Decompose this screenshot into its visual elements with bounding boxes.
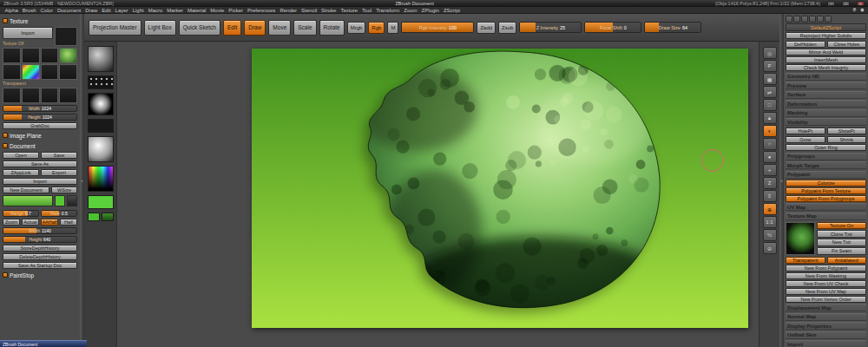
tool-hidept-button[interactable]: HidePt [786,128,825,134]
texture-thumbnail-b2[interactable] [22,88,40,103]
document-range-slider[interactable]: Range 0.7 [3,210,39,217]
default-zscript-button[interactable]: DefaultZScript [786,23,866,31]
help-icon[interactable]: ? [852,7,858,13]
current-texture-shelf-thumbnail[interactable] [88,119,114,133]
tool-new-from-uv-check-button[interactable]: New From UV Check [786,280,866,287]
draw-size-slider[interactable]: Draw Size 64 [644,22,701,33]
maximize-button[interactable]: □ [842,1,850,6]
xyz-icon[interactable]: ◎ [763,47,777,59]
subpalette-surface[interactable]: Surface [786,91,866,99]
texture-height-slider[interactable]: Height 1024 [3,114,77,121]
menu-item-marker[interactable]: Marker [165,7,186,14]
texture-thumbnail-6[interactable] [22,64,40,80]
tool-fix-seam-button[interactable]: Fix Seam [817,247,866,255]
menu-item-alpha[interactable]: Alpha [3,7,20,14]
mrgb-toggle[interactable]: Mrgb [347,22,366,34]
texture-import-button[interactable]: Import [3,27,53,39]
document-zoom-button[interactable]: Zoom [3,219,20,226]
document-back-color-swatch[interactable] [3,195,53,206]
subpalette-display-properties[interactable]: Display Properties [786,322,866,330]
zoom-out-icon[interactable]: ⊖ [763,242,777,254]
document-rate-slider[interactable]: Rate 0.5 [41,210,77,217]
main-color-swatch[interactable] [88,195,114,209]
texture-thumbnail-b3[interactable] [41,88,59,103]
document-border-color-swatch[interactable] [55,195,65,206]
tool-new-from-uv-map-button[interactable]: New From UV Map [786,288,866,295]
color-palette-icon[interactable] [825,16,832,23]
menu-item-render[interactable]: Render [278,7,299,14]
subpalette-displacement-map[interactable]: Displacement Map [786,304,866,311]
current-material-thumbnail[interactable] [88,136,114,162]
tool-new-from-vertex-order-button[interactable]: New From Vertex Order [786,296,866,303]
texture-thumbnail-2[interactable] [22,48,40,63]
tool-new-from-polypaint-button[interactable]: New From Polypaint [786,265,866,272]
wsize-toggle[interactable]: WSize [51,187,77,193]
zoom-doc-icon[interactable]: Z [763,177,777,189]
z-intensity-slider[interactable]: Z Intensity 25 [519,22,582,33]
subpalette-geometry-hd[interactable]: Geometry HD [786,73,866,81]
image-plane-palette-header[interactable]: Image Plane [3,131,77,140]
document-canvas[interactable] [252,49,748,328]
document-save-button[interactable]: Save [41,152,77,159]
texture-palette-icon[interactable] [809,16,816,23]
sculpt-model[interactable] [252,49,748,328]
subpalette-polypaint[interactable]: Polypaint [786,171,866,179]
light-box-button[interactable]: Light Box [144,20,176,36]
scroll-icon[interactable]: ≡ [763,190,777,202]
minimize-button[interactable]: – [827,1,835,6]
save-as-startup-doc-button[interactable]: Save As Startup Doc [3,262,77,269]
frame-icon[interactable]: □ [763,99,777,111]
menu-item-document[interactable]: Document [55,7,82,14]
edit-mode-button[interactable]: Edit [223,20,241,36]
tool-check-mesh-integrity-button[interactable]: Check Mesh Integrity [786,64,866,71]
m-toggle[interactable]: M [387,22,398,34]
menus-toggle-icon[interactable]: ◉ [859,7,865,13]
subpalette-texture-map[interactable]: Texture Map [786,213,866,220]
current-alpha-thumbnail[interactable] [88,93,114,115]
polyframe-icon[interactable]: ▲ [763,112,777,124]
subpalette-morph-target[interactable]: Morph Target [786,161,866,169]
zsub-toggle[interactable]: Zsub [498,22,516,34]
subpalette-uv-map[interactable]: UV Map [786,203,866,211]
menu-item-zscript[interactable]: ZScript [441,7,462,14]
document-open-button[interactable]: Open [3,152,39,159]
menu-item-stencil[interactable]: Stencil [299,7,319,14]
menu-item-tool[interactable]: Tool [360,7,374,14]
aa-half-icon[interactable]: ½ [763,229,777,241]
tool-grow-button[interactable]: Grow [786,136,825,143]
document-aahalf-button[interactable]: AAHalf [41,219,58,226]
grabdoc-button[interactable]: GrabDoc [3,122,77,129]
scale-mode-button[interactable]: Scale [293,20,316,36]
tool-shrink-button[interactable]: Shrink [827,136,867,143]
texture-thumbnail-b4[interactable] [59,88,77,103]
zapplink-button[interactable]: ZAppLink [3,169,39,176]
color-picker[interactable] [88,166,114,192]
actual-size-icon[interactable]: 1:1 [763,216,777,228]
document-half-button[interactable]: Half [60,219,77,226]
menu-item-macro[interactable]: Macro [146,7,165,14]
texture-thumbnail-b1[interactable] [3,88,21,103]
stroke-palette-icon[interactable] [793,16,800,23]
quick-sketch-button[interactable]: Quick Sketch [179,20,220,36]
tool-new-txtr-button[interactable]: New Txtr [817,239,866,246]
current-brush-thumbnail[interactable] [88,46,114,72]
rgb-toggle[interactable]: Rgb [368,22,385,34]
tool-polypaint-from-polygroups-button[interactable]: Polypaint From Polygroups [786,195,866,202]
menu-item-preferences[interactable]: Preferences [246,7,278,14]
material-palette-icon[interactable] [817,16,824,23]
texture-thumbnail-7[interactable] [41,64,59,80]
document-actual-button[interactable]: Actual [22,219,39,226]
texture-width-slider[interactable]: Width 1024 [3,105,77,112]
tool-transparent-button[interactable]: Transparent [786,257,825,264]
tool-mirror-and-weld-button[interactable]: Mirror And Weld [786,49,866,56]
texture-thumbnail-4[interactable] [59,48,77,63]
menu-item-color[interactable]: Color [38,7,55,14]
current-stroke-thumbnail[interactable] [88,75,114,89]
alt-color-swatch[interactable] [102,213,114,221]
zoom-icon[interactable]: ⊕ [763,203,777,215]
solo-icon[interactable]: ● [763,151,777,163]
texture-thumbnail-1[interactable] [3,48,21,63]
tool-texture-on-button[interactable]: Texture On [817,222,866,230]
store-depth-history-button[interactable]: StoreDepthHistory [3,245,77,252]
ghost-icon[interactable]: ○ [763,138,777,150]
